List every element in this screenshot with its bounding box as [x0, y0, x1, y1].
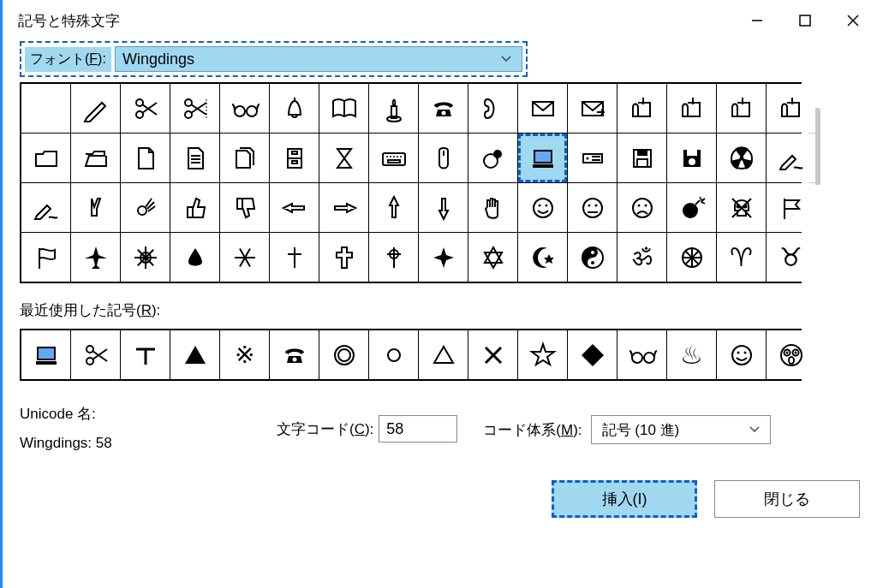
symbol-cell-hdd[interactable]: [568, 134, 617, 182]
symbol-cell-radiation[interactable]: [717, 134, 766, 182]
recent-cell-scissors[interactable]: [71, 330, 120, 379]
close-dialog-button[interactable]: 閉じる: [714, 480, 860, 518]
recent-cell-multiply[interactable]: [468, 330, 517, 379]
symbol-cell-candle[interactable]: [369, 84, 418, 133]
symbol-cell-mailbox-open[interactable]: [717, 84, 766, 133]
symbol-cell-floppy[interactable]: [617, 134, 666, 182]
svg-point-116: [737, 351, 739, 353]
symbol-cell-computer[interactable]: [518, 134, 567, 182]
symbol-cell-neutral[interactable]: [568, 183, 617, 232]
symbol-cell-blank[interactable]: [21, 84, 70, 133]
recent-cell-hotspring[interactable]: ♨: [667, 330, 716, 379]
symbol-cell-point-up[interactable]: [369, 183, 418, 232]
symbol-cell-skull[interactable]: [717, 183, 766, 232]
svg-point-63: [683, 203, 698, 218]
symbol-cell-yin-yang[interactable]: [568, 233, 617, 282]
char-code-input[interactable]: [379, 415, 457, 442]
symbol-cell-point-left[interactable]: [270, 183, 319, 232]
symbol-cell-ok-hand[interactable]: [121, 183, 170, 232]
symbol-cell-phone[interactable]: [419, 84, 468, 133]
symbol-cell-thumbs-up[interactable]: [170, 183, 219, 232]
symbol-cell-envelope[interactable]: [518, 84, 567, 133]
recent-cell-glasses[interactable]: [617, 330, 666, 379]
symbol-cell-thumbs-down[interactable]: [220, 183, 269, 232]
symbol-cell-mailbox-flag[interactable]: [667, 84, 716, 133]
svg-rect-101: [38, 347, 55, 359]
symbol-cell-book[interactable]: [319, 84, 368, 133]
symbol-cell-write2[interactable]: [21, 183, 70, 232]
recent-cell-smile[interactable]: [717, 330, 766, 379]
symbol-cell-folder[interactable]: [21, 134, 70, 182]
symbol-cell-crescent[interactable]: [518, 233, 567, 282]
recent-cell-star[interactable]: [518, 330, 567, 379]
symbol-cell-victory[interactable]: [71, 183, 120, 232]
maximize-button[interactable]: [781, 0, 829, 41]
symbol-cell-trackball[interactable]: [468, 134, 517, 182]
minimize-button[interactable]: [733, 0, 781, 41]
symbol-cell-bell[interactable]: [270, 84, 319, 133]
symbol-cell-mailbox-open2[interactable]: [767, 84, 815, 133]
code-system-dropdown[interactable]: 記号 (10 進): [591, 415, 771, 444]
symbol-cell-cross-outline[interactable]: [319, 233, 368, 282]
symbol-cell-floppy2[interactable]: [667, 134, 716, 182]
svg-rect-46: [637, 159, 647, 167]
symbol-cell-folder-open[interactable]: [71, 134, 120, 182]
symbol-cell-airplane[interactable]: [71, 233, 120, 282]
symbol-cell-write[interactable]: [767, 134, 815, 182]
code-system-label: コード体系(M):: [483, 420, 582, 440]
chevron-down-icon: [749, 425, 767, 435]
symbol-cell-star-david[interactable]: [468, 233, 517, 282]
symbol-cell-keyboard[interactable]: [369, 134, 418, 182]
symbol-cell-bomb[interactable]: [667, 183, 716, 232]
recent-cell-flushed[interactable]: [767, 330, 815, 379]
symbol-cell-scissors[interactable]: [121, 84, 170, 133]
recent-cell-reference[interactable]: ※: [220, 330, 269, 379]
symbol-cell-snowflake[interactable]: [220, 233, 269, 282]
symbol-cell-file-cabinet[interactable]: [270, 134, 319, 182]
recent-cell-circle-small[interactable]: [369, 330, 418, 379]
recent-cell-tee[interactable]: [121, 330, 170, 379]
symbol-cell-glasses[interactable]: [220, 84, 269, 133]
svg-point-34: [400, 156, 402, 157]
symbol-cell-hourglass[interactable]: [319, 134, 368, 182]
recent-cell-circle-double[interactable]: [319, 330, 368, 379]
recent-cell-diamond-fill[interactable]: [568, 330, 617, 379]
recent-cell-phone[interactable]: [270, 330, 319, 379]
symbol-cell-maltese-cross[interactable]: [419, 233, 468, 282]
symbol-cell-flag[interactable]: [767, 183, 815, 232]
symbol-cell-documents[interactable]: [220, 134, 269, 182]
symbol-cell-om[interactable]: ॐ: [617, 233, 666, 282]
symbol-cell-mouse[interactable]: [419, 134, 468, 182]
font-label: フォント(F):: [25, 47, 111, 72]
symbol-cell-scissors-cut[interactable]: [170, 84, 219, 133]
symbol-cell-sun[interactable]: [121, 233, 170, 282]
font-selector-group: フォント(F): Wingdings: [20, 41, 528, 77]
insert-button[interactable]: 挿入(I): [552, 480, 697, 518]
recent-cell-triangle-up-fill[interactable]: [170, 330, 219, 379]
symbol-cell-point-right[interactable]: [319, 183, 368, 232]
symbol-cell-envelope-arrow[interactable]: [568, 84, 617, 133]
svg-line-100: [694, 251, 699, 256]
symbol-cell-handset[interactable]: [468, 84, 517, 133]
font-dropdown[interactable]: Wingdings: [115, 46, 522, 72]
symbol-cell-droplet[interactable]: [170, 233, 219, 282]
symbol-cell-celtic-cross[interactable]: [369, 233, 418, 282]
symbol-cell-taurus[interactable]: ♉︎: [767, 233, 815, 282]
symbol-cell-document[interactable]: [121, 134, 170, 182]
close-button[interactable]: [829, 0, 877, 41]
symbol-cell-pencil[interactable]: [71, 84, 120, 133]
symbol-cell-document-text[interactable]: [170, 134, 219, 182]
recent-cell-computer[interactable]: [21, 330, 70, 379]
svg-point-118: [781, 345, 802, 365]
recent-cell-triangle-up[interactable]: [419, 330, 468, 379]
symbol-cell-cross[interactable]: [270, 233, 319, 282]
symbol-cell-flag-wave[interactable]: [21, 233, 70, 282]
symbol-cell-aries[interactable]: ♈︎: [717, 233, 766, 282]
symbol-cell-smile[interactable]: [518, 183, 567, 232]
symbol-cell-wheel[interactable]: [667, 233, 716, 282]
symbol-cell-hand-stop[interactable]: [468, 183, 517, 232]
symbol-cell-point-down[interactable]: [419, 183, 468, 232]
symbol-cell-mailbox[interactable]: [617, 84, 666, 133]
symbol-cell-frown[interactable]: [617, 183, 666, 232]
svg-line-94: [694, 259, 699, 264]
